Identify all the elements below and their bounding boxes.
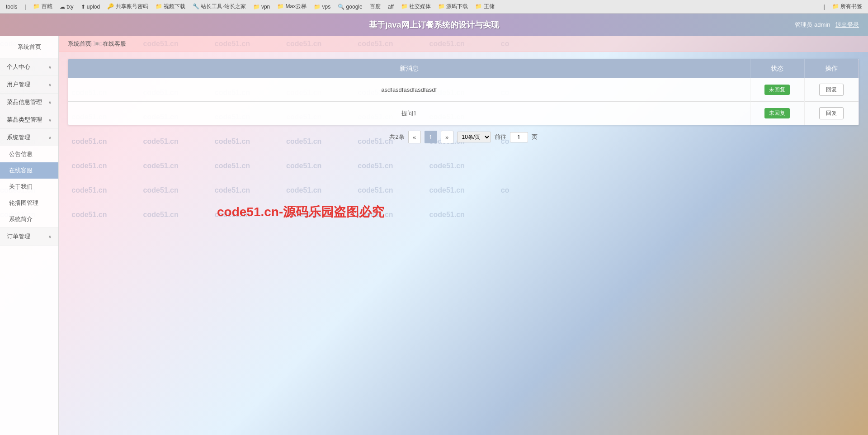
status-badge-1[interactable]: 未回复 — [764, 85, 790, 95]
sidebar-item-food-mgmt[interactable]: 菜品信息管理 ∨ — [0, 94, 58, 111]
goto-label: 前往 — [495, 133, 506, 141]
goto-page-input[interactable] — [510, 132, 528, 142]
toolbar-maxcloud[interactable]: 📁 Max云梯 — [275, 2, 309, 11]
chevron-up-icon: ∧ — [48, 135, 52, 140]
sidebar-logo[interactable]: 系统首页 — [0, 36, 58, 58]
sidebar: 系统首页 个人中心 ∨ 用户管理 ∨ 菜品信息管理 ∨ — [0, 36, 59, 435]
toolbar-source[interactable]: 📁 源码下载 — [436, 2, 470, 11]
personal-center-label: 个人中心 — [7, 63, 30, 71]
admin-label: 管理员 admin — [795, 21, 830, 28]
status-cell-1: 未回复 — [750, 78, 804, 102]
sidebar-section-personal: 个人中心 ∨ — [0, 58, 58, 76]
col-action: 操作 — [804, 59, 859, 78]
chevron-down-icon-4: ∨ — [48, 118, 52, 123]
sidebar-item-system-mgmt[interactable]: 系统管理 ∧ — [0, 129, 58, 146]
content-area: 新消息 状态 操作 asdfasdfasdfasdfasdf 未回复 — [59, 52, 868, 435]
toolbar-sep: | — [22, 3, 28, 11]
toolbar-baidu[interactable]: 百度 — [368, 2, 383, 11]
messages-table: 新消息 状态 操作 asdfasdfasdfasdfasdf 未回复 — [68, 59, 859, 125]
sidebar-item-announcement[interactable]: 公告信息 — [0, 146, 58, 162]
toolbar-social[interactable]: 📁 社交媒体 — [399, 2, 433, 11]
toolbar-vps[interactable]: 📁 vps — [311, 3, 333, 11]
pagination-total: 共2条 — [389, 133, 404, 141]
col-message: 新消息 — [68, 59, 750, 78]
foodtype-mgmt-label: 菜品类型管理 — [7, 116, 42, 124]
toolbar-txy[interactable]: ☁ txy — [57, 3, 76, 11]
toolbar-uplod[interactable]: ⬆ uplod — [79, 3, 103, 11]
chevron-down-icon-5: ∨ — [48, 234, 52, 239]
col-status: 状态 — [750, 59, 804, 78]
chevron-down-icon-3: ∨ — [48, 100, 52, 105]
food-mgmt-label: 菜品信息管理 — [7, 98, 42, 106]
toolbar-aff[interactable]: aff — [386, 3, 396, 11]
sidebar-item-carousel[interactable]: 轮播图管理 — [0, 195, 58, 211]
pagination-page-1[interactable]: 1 — [425, 131, 437, 143]
table-row: 提问1 未回复 回复 — [68, 102, 859, 125]
table-container: 新消息 状态 操作 asdfasdfasdfasdfasdf 未回复 — [68, 59, 859, 125]
breadcrumb-home[interactable]: 系统首页 — [68, 40, 91, 47]
sidebar-section-user: 用户管理 ∨ — [0, 76, 58, 94]
user-mgmt-label: 用户管理 — [7, 80, 30, 89]
breadcrumb: 系统首页 ≡ 在线客服 — [59, 36, 868, 52]
toolbar-tools[interactable]: tools — [4, 3, 19, 11]
sidebar-section-order: 订单管理 ∨ — [0, 228, 58, 246]
sidebar-item-system-intro[interactable]: 系统简介 — [0, 211, 58, 227]
action-cell-2: 回复 — [804, 102, 859, 125]
toolbar-sep2: | — [821, 3, 827, 11]
header-right: 管理员 admin 退出登录 — [795, 21, 859, 29]
sidebar-item-online-service[interactable]: 在线客服 — [0, 162, 58, 179]
toolbar-video[interactable]: 📁 视频下载 — [153, 2, 188, 11]
toolbar-vpn[interactable]: 📁 vpn — [251, 3, 273, 11]
table-header-row: 新消息 状态 操作 — [68, 59, 859, 78]
breadcrumb-current: 在线客服 — [103, 40, 126, 47]
sidebar-item-foodtype-mgmt[interactable]: 菜品类型管理 ∨ — [0, 111, 58, 128]
main-content: 系统首页 ≡ 在线客服 新消息 状态 操作 — [59, 36, 868, 435]
sidebar-item-about[interactable]: 关于我们 — [0, 179, 58, 195]
app-body: 系统首页 个人中心 ∨ 用户管理 ∨ 菜品信息管理 ∨ — [0, 36, 868, 435]
chevron-down-icon: ∨ — [48, 65, 52, 70]
toolbar-baicang[interactable]: 📁 百藏 — [31, 2, 54, 11]
pagination-next[interactable]: » — [441, 131, 453, 143]
status-badge-2[interactable]: 未回复 — [764, 108, 790, 118]
pagination-bar: 共2条 « 1 » 10条/页 20条/页 50条/页 前往 页 — [68, 125, 859, 149]
breadcrumb-separator: ≡ — [95, 40, 99, 47]
reply-button-2[interactable]: 回复 — [819, 107, 844, 119]
order-mgmt-label: 订单管理 — [7, 232, 30, 241]
toolbar-sitetool[interactable]: 🔧 站长工具·站长之家 — [190, 2, 248, 11]
sidebar-section-food: 菜品信息管理 ∨ — [0, 94, 58, 111]
message-cell-2: 提问1 — [68, 102, 750, 125]
app-header: 基于java网上订餐系统的设计与实现 管理员 admin 退出登录 — [0, 14, 868, 36]
sidebar-item-user-mgmt[interactable]: 用户管理 ∨ — [0, 76, 58, 93]
logout-link[interactable]: 退出登录 — [835, 21, 859, 28]
chevron-down-icon-2: ∨ — [48, 82, 52, 87]
system-mgmt-label: 系统管理 — [7, 133, 30, 142]
sidebar-item-order-mgmt[interactable]: 订单管理 ∨ — [0, 228, 58, 245]
reply-button-1[interactable]: 回复 — [819, 84, 844, 96]
toolbar-wangchu[interactable]: 📁 王储 — [473, 2, 496, 11]
page-unit: 页 — [532, 133, 538, 141]
toolbar-bookmarks[interactable]: 📁 所有书签 — [830, 2, 864, 11]
toolbar-google[interactable]: 🔍 google — [335, 3, 364, 11]
sidebar-section-foodtype: 菜品类型管理 ∨ — [0, 111, 58, 129]
message-cell-1: asdfasdfasdfasdfasdf — [68, 78, 750, 102]
page-size-select[interactable]: 10条/页 20条/页 50条/页 — [457, 132, 491, 142]
status-cell-2: 未回复 — [750, 102, 804, 125]
pagination-prev[interactable]: « — [408, 131, 421, 143]
sidebar-item-personal-center[interactable]: 个人中心 ∨ — [0, 58, 58, 76]
sidebar-section-system: 系统管理 ∧ 公告信息 在线客服 关于我们 轮播图管理 系统简介 — [0, 129, 58, 228]
header-title: 基于java网上订餐系统的设计与实现 — [369, 19, 499, 30]
action-cell-1: 回复 — [804, 78, 859, 102]
toolbar-password[interactable]: 🔑 共享账号密码 — [105, 2, 150, 11]
browser-toolbar: tools | 📁 百藏 ☁ txy ⬆ uplod 🔑 共享账号密码 📁 视频… — [0, 0, 868, 14]
table-row: asdfasdfasdfasdfasdf 未回复 回复 — [68, 78, 859, 102]
